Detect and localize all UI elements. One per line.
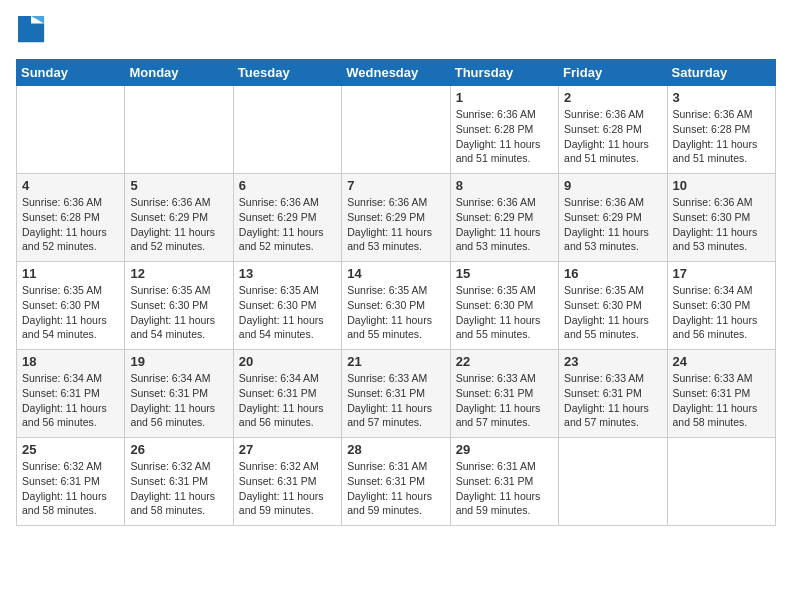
logo-icon (18, 16, 46, 44)
calendar-cell: 10Sunrise: 6:36 AMSunset: 6:30 PMDayligh… (667, 174, 775, 262)
day-info: Sunrise: 6:35 AMSunset: 6:30 PMDaylight:… (564, 283, 661, 342)
day-info: Sunrise: 6:35 AMSunset: 6:30 PMDaylight:… (22, 283, 119, 342)
day-number: 18 (22, 354, 119, 369)
calendar-week-row: 11Sunrise: 6:35 AMSunset: 6:30 PMDayligh… (17, 262, 776, 350)
day-info: Sunrise: 6:33 AMSunset: 6:31 PMDaylight:… (456, 371, 553, 430)
calendar-cell: 1Sunrise: 6:36 AMSunset: 6:28 PMDaylight… (450, 86, 558, 174)
day-number: 9 (564, 178, 661, 193)
day-number: 24 (673, 354, 770, 369)
day-info: Sunrise: 6:33 AMSunset: 6:31 PMDaylight:… (673, 371, 770, 430)
day-info: Sunrise: 6:36 AMSunset: 6:29 PMDaylight:… (564, 195, 661, 254)
day-info: Sunrise: 6:32 AMSunset: 6:31 PMDaylight:… (22, 459, 119, 518)
day-number: 26 (130, 442, 227, 457)
page-header (16, 16, 776, 49)
calendar-week-row: 25Sunrise: 6:32 AMSunset: 6:31 PMDayligh… (17, 438, 776, 526)
logo (16, 16, 46, 49)
day-info: Sunrise: 6:33 AMSunset: 6:31 PMDaylight:… (347, 371, 444, 430)
day-info: Sunrise: 6:31 AMSunset: 6:31 PMDaylight:… (347, 459, 444, 518)
calendar-table: SundayMondayTuesdayWednesdayThursdayFrid… (16, 59, 776, 526)
day-info: Sunrise: 6:34 AMSunset: 6:31 PMDaylight:… (22, 371, 119, 430)
calendar-cell: 3Sunrise: 6:36 AMSunset: 6:28 PMDaylight… (667, 86, 775, 174)
calendar-cell (233, 86, 341, 174)
calendar-cell: 9Sunrise: 6:36 AMSunset: 6:29 PMDaylight… (559, 174, 667, 262)
day-info: Sunrise: 6:36 AMSunset: 6:30 PMDaylight:… (673, 195, 770, 254)
day-number: 23 (564, 354, 661, 369)
calendar-cell: 25Sunrise: 6:32 AMSunset: 6:31 PMDayligh… (17, 438, 125, 526)
weekday-header: Monday (125, 60, 233, 86)
day-info: Sunrise: 6:32 AMSunset: 6:31 PMDaylight:… (130, 459, 227, 518)
day-number: 4 (22, 178, 119, 193)
day-number: 12 (130, 266, 227, 281)
calendar-cell: 21Sunrise: 6:33 AMSunset: 6:31 PMDayligh… (342, 350, 450, 438)
day-number: 3 (673, 90, 770, 105)
calendar-cell: 6Sunrise: 6:36 AMSunset: 6:29 PMDaylight… (233, 174, 341, 262)
calendar-cell: 8Sunrise: 6:36 AMSunset: 6:29 PMDaylight… (450, 174, 558, 262)
calendar-week-row: 4Sunrise: 6:36 AMSunset: 6:28 PMDaylight… (17, 174, 776, 262)
day-info: Sunrise: 6:35 AMSunset: 6:30 PMDaylight:… (456, 283, 553, 342)
day-number: 25 (22, 442, 119, 457)
day-info: Sunrise: 6:33 AMSunset: 6:31 PMDaylight:… (564, 371, 661, 430)
day-number: 29 (456, 442, 553, 457)
calendar-cell: 26Sunrise: 6:32 AMSunset: 6:31 PMDayligh… (125, 438, 233, 526)
weekday-header: Thursday (450, 60, 558, 86)
day-info: Sunrise: 6:31 AMSunset: 6:31 PMDaylight:… (456, 459, 553, 518)
day-number: 20 (239, 354, 336, 369)
day-number: 27 (239, 442, 336, 457)
calendar-cell (125, 86, 233, 174)
calendar-cell: 15Sunrise: 6:35 AMSunset: 6:30 PMDayligh… (450, 262, 558, 350)
calendar-cell: 5Sunrise: 6:36 AMSunset: 6:29 PMDaylight… (125, 174, 233, 262)
day-info: Sunrise: 6:36 AMSunset: 6:28 PMDaylight:… (456, 107, 553, 166)
weekday-header: Friday (559, 60, 667, 86)
day-info: Sunrise: 6:34 AMSunset: 6:30 PMDaylight:… (673, 283, 770, 342)
calendar-cell: 24Sunrise: 6:33 AMSunset: 6:31 PMDayligh… (667, 350, 775, 438)
calendar-week-row: 1Sunrise: 6:36 AMSunset: 6:28 PMDaylight… (17, 86, 776, 174)
logo-text (16, 16, 46, 49)
calendar-cell: 20Sunrise: 6:34 AMSunset: 6:31 PMDayligh… (233, 350, 341, 438)
day-info: Sunrise: 6:36 AMSunset: 6:29 PMDaylight:… (239, 195, 336, 254)
calendar-cell: 2Sunrise: 6:36 AMSunset: 6:28 PMDaylight… (559, 86, 667, 174)
day-number: 15 (456, 266, 553, 281)
calendar-header: SundayMondayTuesdayWednesdayThursdayFrid… (17, 60, 776, 86)
calendar-cell: 19Sunrise: 6:34 AMSunset: 6:31 PMDayligh… (125, 350, 233, 438)
day-info: Sunrise: 6:34 AMSunset: 6:31 PMDaylight:… (239, 371, 336, 430)
calendar-cell: 12Sunrise: 6:35 AMSunset: 6:30 PMDayligh… (125, 262, 233, 350)
day-number: 19 (130, 354, 227, 369)
day-info: Sunrise: 6:36 AMSunset: 6:29 PMDaylight:… (456, 195, 553, 254)
weekday-header: Tuesday (233, 60, 341, 86)
day-number: 28 (347, 442, 444, 457)
day-number: 6 (239, 178, 336, 193)
svg-marker-1 (31, 16, 44, 23)
calendar-cell: 14Sunrise: 6:35 AMSunset: 6:30 PMDayligh… (342, 262, 450, 350)
calendar-cell: 16Sunrise: 6:35 AMSunset: 6:30 PMDayligh… (559, 262, 667, 350)
calendar-cell (342, 86, 450, 174)
day-number: 10 (673, 178, 770, 193)
day-info: Sunrise: 6:34 AMSunset: 6:31 PMDaylight:… (130, 371, 227, 430)
day-info: Sunrise: 6:36 AMSunset: 6:28 PMDaylight:… (564, 107, 661, 166)
day-number: 21 (347, 354, 444, 369)
day-info: Sunrise: 6:36 AMSunset: 6:28 PMDaylight:… (673, 107, 770, 166)
day-number: 16 (564, 266, 661, 281)
calendar-cell: 17Sunrise: 6:34 AMSunset: 6:30 PMDayligh… (667, 262, 775, 350)
day-number: 11 (22, 266, 119, 281)
day-info: Sunrise: 6:36 AMSunset: 6:29 PMDaylight:… (347, 195, 444, 254)
day-number: 22 (456, 354, 553, 369)
calendar-cell: 22Sunrise: 6:33 AMSunset: 6:31 PMDayligh… (450, 350, 558, 438)
calendar-cell: 28Sunrise: 6:31 AMSunset: 6:31 PMDayligh… (342, 438, 450, 526)
calendar-body: 1Sunrise: 6:36 AMSunset: 6:28 PMDaylight… (17, 86, 776, 526)
day-info: Sunrise: 6:35 AMSunset: 6:30 PMDaylight:… (239, 283, 336, 342)
weekday-header: Saturday (667, 60, 775, 86)
day-number: 2 (564, 90, 661, 105)
calendar-cell (17, 86, 125, 174)
day-number: 1 (456, 90, 553, 105)
day-info: Sunrise: 6:35 AMSunset: 6:30 PMDaylight:… (130, 283, 227, 342)
calendar-cell: 4Sunrise: 6:36 AMSunset: 6:28 PMDaylight… (17, 174, 125, 262)
calendar-cell (559, 438, 667, 526)
day-info: Sunrise: 6:36 AMSunset: 6:28 PMDaylight:… (22, 195, 119, 254)
day-number: 13 (239, 266, 336, 281)
weekday-header: Wednesday (342, 60, 450, 86)
weekday-header: Sunday (17, 60, 125, 86)
day-info: Sunrise: 6:36 AMSunset: 6:29 PMDaylight:… (130, 195, 227, 254)
calendar-cell (667, 438, 775, 526)
calendar-cell: 29Sunrise: 6:31 AMSunset: 6:31 PMDayligh… (450, 438, 558, 526)
calendar-week-row: 18Sunrise: 6:34 AMSunset: 6:31 PMDayligh… (17, 350, 776, 438)
